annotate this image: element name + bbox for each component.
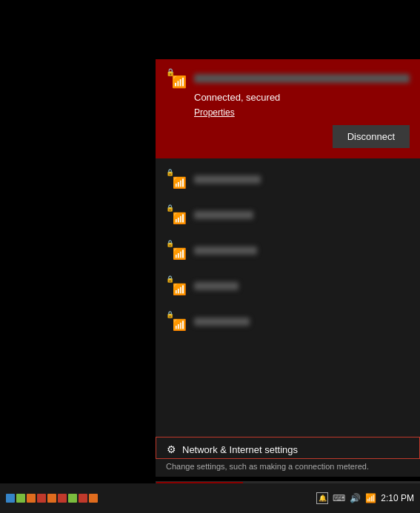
connected-network-header: 🔒 📶 xyxy=(166,68,410,89)
taskbar-dot xyxy=(16,494,25,503)
taskbar-volume-icon[interactable]: 🔊 xyxy=(350,493,361,503)
taskbar: 🔔 ⌨ 🔊 📶 2:10 PM xyxy=(0,483,420,513)
network-settings-link[interactable]: ⚙ Network & Internet settings xyxy=(156,437,420,459)
taskbar-dot xyxy=(79,494,87,503)
taskbar-time: 2:10 PM xyxy=(381,493,414,503)
connection-status: Connected, secured xyxy=(194,92,410,103)
taskbar-dot xyxy=(47,494,56,503)
wifi-panel: 🔒 📶 Connected, secured Properties Discon… xyxy=(156,59,420,437)
network-name-2 xyxy=(194,211,253,219)
network-item[interactable]: 🔒 📶 xyxy=(156,161,420,197)
other-networks-list: 🔒 📶 🔒 📶 🔒 📶 🔒 📶 xyxy=(156,158,420,437)
lock-icon-3: 🔒 xyxy=(166,240,174,247)
taskbar-right: 🔔 ⌨ 🔊 📶 2:10 PM xyxy=(316,492,414,504)
network-name-5 xyxy=(194,318,250,326)
network-item[interactable]: 🔒 📶 xyxy=(156,268,420,304)
taskbar-dot xyxy=(68,494,77,503)
taskbar-dot xyxy=(58,494,67,503)
network-icon-5: 🔒 📶 xyxy=(166,311,187,332)
wifi-icon-2: 📶 xyxy=(173,212,187,225)
taskbar-network-icon[interactable]: 📶 xyxy=(365,493,376,503)
settings-icon: ⚙ xyxy=(167,443,176,455)
wifi-signal-icon: 📶 xyxy=(172,75,187,89)
connected-network-name xyxy=(194,74,410,83)
settings-link-label: Network & Internet settings xyxy=(182,444,298,455)
taskbar-dot xyxy=(6,494,15,503)
network-name-4 xyxy=(194,282,239,290)
properties-link[interactable]: Properties xyxy=(194,107,410,118)
black-background xyxy=(0,0,156,513)
network-icon-3: 🔒 📶 xyxy=(166,240,187,261)
network-icon-2: 🔒 📶 xyxy=(166,204,187,225)
network-item[interactable]: 🔒 📶 xyxy=(156,197,420,232)
lock-icon-1: 🔒 xyxy=(166,169,174,176)
disconnect-button[interactable]: Disconnect xyxy=(333,125,410,148)
taskbar-dot xyxy=(37,494,46,503)
wifi-icon-1: 📶 xyxy=(173,176,187,190)
connected-network-section: 🔒 📶 Connected, secured Properties Discon… xyxy=(156,59,420,158)
settings-sub-label: Change settings, such as making a connec… xyxy=(156,462,420,477)
network-name-1 xyxy=(194,175,261,184)
taskbar-dot xyxy=(89,494,98,503)
network-icon-1: 🔒 📶 xyxy=(166,169,187,190)
lock-icon-2: 🔒 xyxy=(166,204,174,212)
network-item[interactable]: 🔒 📶 xyxy=(156,304,420,339)
network-icon-4: 🔒 📶 xyxy=(166,275,187,296)
network-item[interactable]: 🔒 📶 xyxy=(156,232,420,268)
wifi-icon-4: 📶 xyxy=(173,283,187,296)
lock-icon-5: 🔒 xyxy=(166,311,174,318)
connected-wifi-icon-container: 🔒 📶 xyxy=(166,68,187,89)
bottom-section: ⚙ Network & Internet settings Change set… xyxy=(156,437,420,477)
taskbar-left xyxy=(6,494,98,503)
notification-icon[interactable]: 🔔 xyxy=(316,492,328,504)
wifi-icon-5: 📶 xyxy=(173,318,187,332)
lock-icon-4: 🔒 xyxy=(166,275,174,283)
taskbar-keyboard-icon: ⌨ xyxy=(333,493,345,503)
disconnect-btn-row: Disconnect xyxy=(166,125,410,148)
taskbar-dot xyxy=(27,494,36,503)
network-name-3 xyxy=(194,247,257,255)
wifi-icon-3: 📶 xyxy=(173,247,187,261)
